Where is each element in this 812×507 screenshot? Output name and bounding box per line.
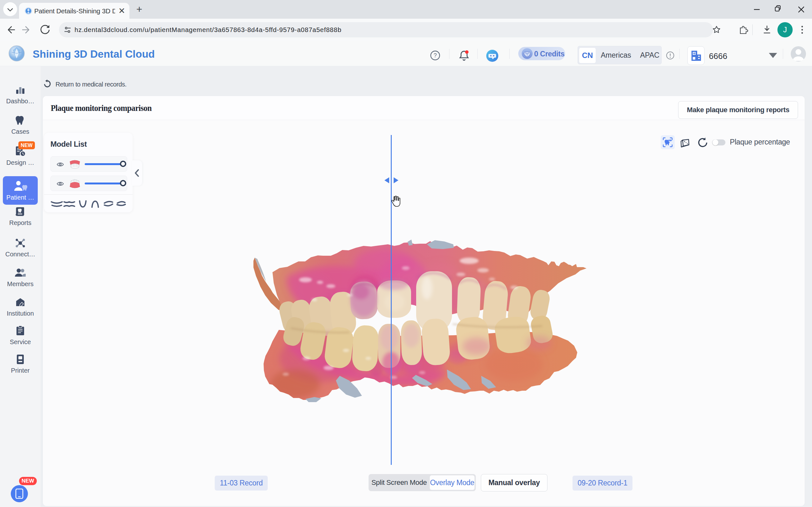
- svg-text:?: ?: [434, 52, 437, 59]
